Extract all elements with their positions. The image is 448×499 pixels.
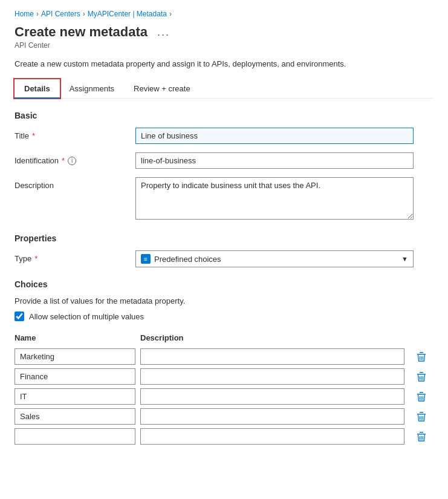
choice-name-1[interactable] (15, 368, 135, 385)
choices-row-2 (15, 388, 433, 405)
breadcrumb-sep-3: › (169, 10, 172, 18)
choices-col-description: Description (140, 333, 404, 342)
choices-table-header: Name Description (15, 331, 433, 345)
breadcrumb-sep-1: › (36, 10, 39, 18)
choices-row-1 (15, 368, 433, 385)
basic-section-label: Basic (15, 111, 433, 120)
svg-rect-15 (417, 414, 426, 415)
choices-row-0 (15, 348, 433, 365)
title-input[interactable] (135, 128, 414, 144)
type-required: * (34, 254, 37, 263)
title-row: Title* (15, 128, 433, 144)
svg-rect-11 (420, 392, 423, 393)
properties-section-label: Properties (15, 233, 433, 243)
breadcrumb: Home › API Centers › MyAPICenter | Metad… (15, 10, 433, 18)
description-row: Description Property to indicate busines… (15, 177, 433, 221)
choice-desc-1[interactable] (140, 368, 404, 385)
breadcrumb-myapicenter[interactable]: MyAPICenter | Metadata (88, 10, 167, 18)
title-label: Title* (15, 128, 135, 140)
svg-rect-5 (417, 374, 426, 375)
choices-row-4 (15, 428, 433, 445)
choice-desc-2[interactable] (140, 388, 404, 405)
trash-icon-4 (417, 431, 426, 442)
tab-review-create[interactable]: Review + create (124, 79, 200, 98)
choices-section-label: Choices (15, 279, 433, 289)
identification-field-container (135, 152, 414, 169)
allow-multiple-checkbox[interactable] (15, 311, 24, 321)
svg-rect-1 (420, 352, 423, 353)
chevron-down-icon: ▼ (401, 255, 408, 263)
trash-icon-2 (417, 391, 426, 402)
choice-name-4[interactable] (15, 428, 135, 445)
trash-icon-1 (417, 371, 426, 382)
svg-rect-10 (417, 394, 426, 395)
delete-choice-1[interactable] (409, 370, 433, 383)
tab-assignments[interactable]: Assignments (60, 79, 124, 98)
type-row: Type* Predefined choices ▼ (15, 250, 433, 267)
delete-choice-3[interactable] (409, 410, 433, 423)
identification-input[interactable] (135, 152, 414, 169)
identification-info-icon[interactable]: i (68, 157, 76, 165)
svg-rect-20 (417, 434, 426, 435)
choices-row-3 (15, 408, 433, 425)
type-select[interactable]: Predefined choices ▼ (135, 250, 414, 267)
title-required: * (32, 131, 35, 140)
choices-description: Provide a list of values for the metadat… (15, 296, 433, 305)
delete-choice-4[interactable] (409, 430, 433, 443)
type-icon (141, 254, 151, 264)
title-field-container (135, 128, 414, 144)
type-select-container: Predefined choices ▼ (135, 250, 414, 267)
identification-label: Identification* i (15, 152, 135, 165)
choice-desc-4[interactable] (140, 428, 404, 445)
type-label: Type* (15, 250, 135, 263)
svg-rect-21 (420, 432, 423, 433)
page-subtitle: API Center (15, 41, 433, 50)
allow-multiple-label[interactable]: Allow selection of multiple values (29, 312, 144, 321)
delete-choice-2[interactable] (409, 390, 433, 403)
description-field-container: Property to indicate business unit that … (135, 177, 414, 221)
tabs: Details Assignments Review + create (15, 79, 433, 99)
choice-name-0[interactable] (15, 348, 135, 365)
svg-rect-0 (417, 354, 426, 355)
ellipsis-button[interactable]: ... (154, 25, 174, 40)
tab-details[interactable]: Details (15, 79, 60, 98)
choices-col-name: Name (15, 333, 135, 342)
choice-desc-0[interactable] (140, 348, 404, 365)
trash-icon-0 (417, 351, 426, 362)
breadcrumb-home[interactable]: Home (15, 10, 34, 18)
identification-required: * (62, 156, 65, 165)
type-value: Predefined choices (154, 255, 221, 264)
choice-desc-3[interactable] (140, 408, 404, 425)
svg-rect-6 (420, 372, 423, 373)
breadcrumb-api-centers[interactable]: API Centers (41, 10, 80, 18)
allow-multiple-row: Allow selection of multiple values (15, 311, 433, 321)
identification-row: Identification* i (15, 152, 433, 169)
trash-icon-3 (417, 411, 426, 422)
breadcrumb-sep-2: › (83, 10, 85, 18)
page-description: Create a new custom metadata property an… (15, 59, 433, 68)
choice-name-2[interactable] (15, 388, 135, 405)
description-label: Description (15, 177, 135, 190)
page-title: Create new metadata (15, 24, 148, 40)
choice-name-3[interactable] (15, 408, 135, 425)
delete-choice-0[interactable] (409, 350, 433, 364)
svg-rect-16 (420, 412, 423, 413)
description-textarea[interactable]: Property to indicate business unit that … (135, 177, 414, 220)
